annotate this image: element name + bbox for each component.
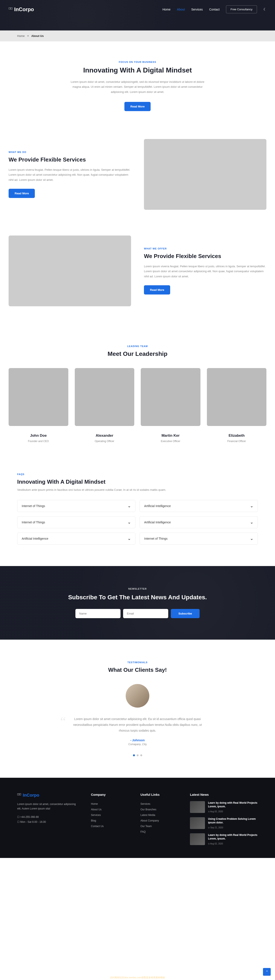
footer-link[interactable]: About Us xyxy=(91,807,130,812)
team-role: Founder and CEO xyxy=(28,440,49,443)
accordion-item[interactable]: Artificial Intelligence xyxy=(140,516,258,528)
footer-link[interactable]: Our Branches xyxy=(141,807,179,812)
testimonial-quote: Lorem ipsum dolor sit amet consectetur a… xyxy=(60,716,215,733)
accordion-label: Artificial Intelligence xyxy=(144,504,171,508)
carousel-dots xyxy=(9,754,266,756)
news-title: Learn by doing with Real World Projects … xyxy=(208,833,258,841)
footer-link[interactable]: Latest Media xyxy=(141,812,179,818)
news-item[interactable]: Using Creative Problem Solving Lorem ips… xyxy=(190,817,258,829)
wwo-read-more-button[interactable]: Read More xyxy=(144,285,170,294)
carousel-dot[interactable] xyxy=(137,754,139,756)
footer-link[interactable]: Blog xyxy=(91,818,130,823)
team-name: John Doe xyxy=(9,433,68,438)
accordion-item[interactable]: Internet of Things xyxy=(17,516,135,528)
news-title: Using Creative Problem Solving Lorem ips… xyxy=(208,817,258,824)
quote-icon: “ xyxy=(60,714,66,729)
hero-body: Lorem ipsum dolor sit amet, consectetur … xyxy=(69,80,206,94)
news-thumb xyxy=(190,817,205,829)
wwd-read-more-button[interactable]: Read More xyxy=(9,189,35,198)
team-card: Martin KerExecutive Officer xyxy=(141,368,200,443)
footer-phone: ☐ +44-255-366-88 xyxy=(17,815,80,819)
wwd-title: We Provide Flexible Services xyxy=(9,156,131,163)
team-photo xyxy=(9,368,68,426)
footer-link[interactable]: Contact Us xyxy=(91,823,130,829)
hero-eyebrow: FOCUS ON YOUR BUSINESS xyxy=(9,61,266,63)
breadcrumb-home[interactable]: Home xyxy=(17,34,25,38)
footer-link[interactable]: Services xyxy=(141,801,179,807)
wwd-body: Lorem ipsum viverra feugiat. Pellen tesq… xyxy=(9,167,131,182)
team-title: Meet Our Leadership xyxy=(9,350,266,357)
wwo-title: We Provide Flexible Services xyxy=(144,253,266,259)
newsletter-email-input[interactable] xyxy=(123,609,168,618)
carousel-dot[interactable] xyxy=(133,754,135,756)
nav-about[interactable]: About xyxy=(177,8,185,11)
faq-body: Vestibulum ante ipsum primis in faucibus… xyxy=(17,488,258,492)
logo-icon xyxy=(9,7,13,11)
testimonials-title: What Our Clients Say! xyxy=(9,667,266,673)
team-name: Martin Ker xyxy=(141,433,200,438)
team-section: LEADING TEAM Meet Our Leadership John Do… xyxy=(9,319,266,460)
newsletter-eyebrow: NEWSLETTER xyxy=(17,587,258,590)
carousel-dot[interactable] xyxy=(140,754,142,756)
team-photo xyxy=(207,368,267,426)
footer-useful-heading: Useful Links xyxy=(141,793,179,796)
faq-section: FAQS Innovating With A Digital Mindset V… xyxy=(0,460,275,566)
footer-logo[interactable]: InCorpo xyxy=(17,793,80,798)
footer-link[interactable]: Services xyxy=(91,812,130,818)
hero-read-more-button[interactable]: Read More xyxy=(125,102,150,111)
testimonial-author-sub: Comapany ,City xyxy=(60,743,215,746)
accordion-label: Internet of Things xyxy=(144,537,168,540)
footer-link[interactable]: About Company xyxy=(141,818,179,823)
team-role: Financial Officer xyxy=(227,440,246,443)
team-role: Executive Officer xyxy=(161,440,180,443)
team-name: Elizabeth xyxy=(207,433,267,438)
newsletter-name-input[interactable] xyxy=(75,609,120,618)
accordion-item[interactable]: Artificial Intelligence xyxy=(17,533,135,544)
footer-company-heading: Company xyxy=(91,793,130,796)
news-title: Learn by doing with Real World Projects … xyxy=(208,801,258,808)
hero-section: FOCUS ON YOUR BUSINESS Innovating With A… xyxy=(9,41,266,126)
logo[interactable]: InCorpo xyxy=(9,6,34,13)
site-header: InCorpo Home About Services Contact Free… xyxy=(0,0,275,30)
footer-link[interactable]: FAQ xyxy=(141,829,179,835)
testimonial-avatar xyxy=(126,684,149,708)
wwd-image xyxy=(144,139,266,210)
news-item[interactable]: Learn by doing with Real World Projects … xyxy=(190,833,258,845)
accordion-label: Internet of Things xyxy=(22,520,45,524)
dark-mode-icon[interactable]: ☾ xyxy=(264,7,266,11)
breadcrumb: Home ✦ About Us xyxy=(0,30,275,41)
chevron-right-icon: ✦ xyxy=(27,34,29,38)
hero-title: Innovating With A Digital Mindset xyxy=(9,66,266,74)
news-date: ⊙ Aug 02, 2020 xyxy=(208,810,223,813)
footer-link[interactable]: Home xyxy=(91,801,130,807)
main-nav: Home About Services Contact Free Consult… xyxy=(162,5,266,13)
wwd-eyebrow: WHAT WE DO xyxy=(9,151,131,153)
newsletter-title: Subscribe To Get The Latest News And Upd… xyxy=(17,593,258,601)
team-photo xyxy=(75,368,134,426)
team-card: John DoeFounder and CEO xyxy=(9,368,68,443)
faq-title: Innovating With A Digital Mindset xyxy=(17,479,258,485)
team-name: Alexander xyxy=(75,433,134,438)
accordion-item[interactable]: Internet of Things xyxy=(17,500,135,512)
news-item[interactable]: Learn by doing with Real World Projects … xyxy=(190,801,258,813)
nav-services[interactable]: Services xyxy=(191,8,203,11)
newsletter-section: NEWSLETTER Subscribe To Get The Latest N… xyxy=(0,566,275,640)
accordion-label: Artificial Intelligence xyxy=(22,537,48,540)
wwo-body: Lorem ipsum viverra feugiat. Pellen tesq… xyxy=(144,264,266,279)
subscribe-button[interactable]: Subscribe xyxy=(171,609,200,618)
team-eyebrow: LEADING TEAM xyxy=(9,345,266,347)
wwo-image xyxy=(9,235,131,306)
team-card: ElizabethFinancial Officer xyxy=(207,368,267,443)
accordion-item[interactable]: Internet of Things xyxy=(140,533,258,544)
logo-icon xyxy=(17,793,21,797)
accordion-label: Internet of Things xyxy=(22,504,45,508)
testimonials-section: TESTIMONIALS What Our Clients Say! “ Lor… xyxy=(9,640,266,778)
news-date: ⊙ Aug 02, 2020 xyxy=(208,843,223,845)
team-card: AlexanderOperating Officer xyxy=(75,368,134,443)
nav-home[interactable]: Home xyxy=(162,8,170,11)
accordion-item[interactable]: Artificial Intelligence xyxy=(140,500,258,512)
footer-hours: ☐ Mon - Sat 8.00 - 18.00 xyxy=(17,819,80,824)
footer-link[interactable]: Our Team xyxy=(141,823,179,829)
nav-contact[interactable]: Contact xyxy=(209,8,219,11)
free-consultancy-button[interactable]: Free Consultancy xyxy=(226,5,257,13)
